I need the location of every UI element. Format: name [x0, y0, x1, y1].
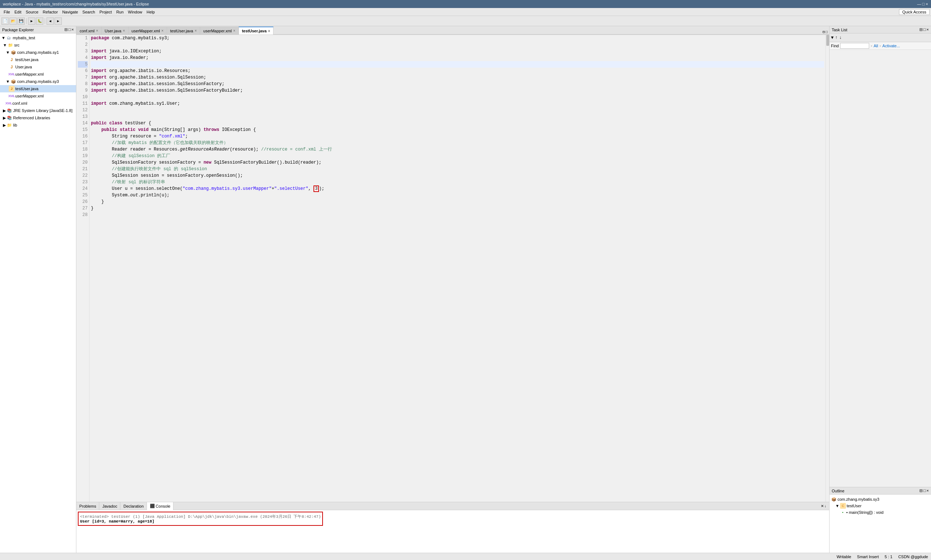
tab-conf-xml[interactable]: conf.xml × [76, 26, 102, 35]
quick-access-label[interactable]: Quick Access [899, 9, 929, 15]
toolbar-btn-back[interactable]: ◀ [46, 17, 54, 25]
tab-testuser-java-active[interactable]: testUser.java × [239, 26, 274, 35]
tl-close-icon[interactable]: × [926, 27, 929, 32]
code-line-8: import org.apache.ibatis.session.SqlSess… [91, 81, 824, 87]
toolbar-btn-new[interactable]: 📄 [2, 17, 9, 25]
tree-item-jre[interactable]: ▶ 📚 JRE System Library [JavaSE-1.8] [0, 107, 76, 114]
toolbar-btn-forward[interactable]: ▶ [55, 17, 62, 25]
tab-usermapper-xml-1[interactable]: userMapper.xml × [128, 26, 167, 35]
task-list-toolbar: ▼ ↑ ↓ [829, 34, 931, 42]
console-icon: ⬛ [150, 504, 155, 508]
menu-project[interactable]: Project [97, 9, 114, 15]
tree-item-user-java[interactable]: J User.java [0, 63, 76, 71]
pe-minimize-icon[interactable]: ⊟ [65, 27, 68, 32]
pe-maximize-icon[interactable]: □ [68, 27, 71, 32]
tree-item-lib[interactable]: ▶ 📁 lib [0, 122, 76, 129]
menu-source[interactable]: Source [24, 9, 41, 15]
minimize-btn[interactable]: — [917, 2, 921, 6]
editor-wrapper: conf.xml × User.java × userMapper.xml × … [76, 26, 829, 553]
tab-maximize-icon[interactable]: □ [826, 30, 828, 34]
task-find-input[interactable] [840, 43, 869, 49]
menu-navigate[interactable]: Navigate [60, 9, 80, 15]
toolbar-btn-save[interactable]: 💾 [17, 17, 25, 25]
outline-item-method[interactable]: ▪ • main(String[]) : void [831, 509, 929, 515]
tl-minimize-icon[interactable]: ⊟ [919, 27, 923, 32]
tab-close-tu1[interactable]: × [195, 29, 197, 33]
pe-close-icon[interactable]: × [72, 27, 74, 32]
tl-maximize-icon[interactable]: □ [923, 27, 926, 32]
tree-item-testuser-sy1[interactable]: J testUser.java [0, 56, 76, 63]
code-line-1: package com.zhang.mybatis.sy3; [91, 35, 824, 42]
tab-user-java[interactable]: User.java × [102, 26, 128, 35]
expand-icon: ▼ [2, 35, 5, 40]
tree-label: userMapper.xml [15, 94, 44, 98]
menu-refactor[interactable]: Refactor [41, 9, 60, 15]
tree-item-sy1[interactable]: ▼ 📦 com.zhang.mybatis.sy1 [0, 49, 76, 56]
toolbar-btn-run[interactable]: ▶ [28, 17, 35, 25]
bottom-panel: Problems Javadoc Declaration ⬛ Console ✕… [76, 502, 829, 553]
bottom-tab-console[interactable]: ⬛ Console [147, 502, 174, 510]
insert-mode: Smart Insert [857, 555, 879, 559]
tree-item-usermapper-sy3[interactable]: XML userMapper.xml [0, 92, 76, 100]
line-numbers: 1234 5 678910 1112131415 1617181920 2122… [76, 35, 89, 502]
bottom-tab-problems[interactable]: Problems [76, 502, 99, 510]
tree-item-testuser-sy3[interactable]: J testUser.java [0, 85, 76, 92]
tab-bar: conf.xml × User.java × userMapper.xml × … [76, 26, 829, 35]
filter-all[interactable]: All [874, 44, 878, 48]
code-line-16: String resource = "conf.xml"; [91, 133, 824, 140]
outline-item-package[interactable]: 📦 com.zhang.mybatis.sy3 [831, 496, 929, 503]
editor-scrollbar[interactable] [826, 35, 829, 502]
expand-icon: ▼ [6, 50, 10, 55]
code-line-20: SqlSessionFactory sessionFactory = new S… [91, 159, 824, 166]
outline-label: com.zhang.mybatis.sy3 [837, 497, 879, 502]
tree-item-conf-xml[interactable]: XML conf.xml [0, 100, 76, 107]
toolbar: 📄 📂 💾 ▶ 🐛 ◀ ▶ [0, 16, 931, 26]
menu-bar: File Edit Source Refactor Navigate Searc… [0, 8, 931, 16]
menu-help[interactable]: Help [145, 9, 157, 15]
console-scroll-icon[interactable]: ↓ [825, 504, 826, 508]
outline-close-icon[interactable]: × [926, 488, 929, 493]
menu-search[interactable]: Search [80, 9, 97, 15]
bottom-tab-javadoc[interactable]: Javadoc [99, 502, 120, 510]
maximize-btn[interactable]: □ [922, 2, 925, 6]
code-editor[interactable]: 1234 5 678910 1112131415 1617181920 2122… [76, 35, 826, 502]
outline-maximize-icon[interactable]: □ [923, 488, 926, 493]
pkg-icon: 📦 [11, 49, 16, 55]
close-btn[interactable]: × [926, 2, 928, 6]
writable-status: Writable [836, 555, 851, 559]
tl-toolbar-btn-2[interactable]: ↑ [835, 35, 837, 40]
toolbar-btn-debug[interactable]: 🐛 [36, 17, 43, 25]
tree-item-src[interactable]: ▼ 📁 src [0, 42, 76, 49]
tree-item-usermapper-sy1[interactable]: XML userMapper.xml [0, 71, 76, 78]
tl-toolbar-btn-1[interactable]: ▼ [831, 35, 834, 40]
editor-scrollbar-thumb[interactable] [826, 35, 829, 46]
java-icon: J [9, 64, 15, 70]
activate-link[interactable]: Activate... [882, 44, 900, 48]
tab-close-um1[interactable]: × [162, 29, 164, 33]
tab-close-um2[interactable]: × [233, 29, 235, 33]
menu-run[interactable]: Run [114, 9, 126, 15]
tab-close-user[interactable]: × [123, 29, 125, 33]
code-lines[interactable]: package com.zhang.mybatis.sy3; import ja… [89, 35, 826, 502]
outline-minimize-icon[interactable]: ⊟ [919, 488, 923, 493]
tl-toolbar-btn-3[interactable]: ↓ [839, 35, 842, 40]
xml-icon: XML [9, 71, 15, 77]
tree-item-mybatis-test[interactable]: ▼ 🗂 mybatis_test [0, 34, 76, 42]
tab-minimize-icon[interactable]: ⊟ [823, 30, 825, 34]
menu-file[interactable]: File [2, 9, 12, 15]
bottom-tab-declaration[interactable]: Declaration [120, 502, 147, 510]
tab-close-conf[interactable]: × [96, 29, 98, 33]
toolbar-btn-open[interactable]: 📂 [9, 17, 17, 25]
console-clear-icon[interactable]: ✕ [821, 504, 824, 508]
tab-usermapper-xml-2[interactable]: userMapper.xml × [200, 26, 239, 35]
menu-window[interactable]: Window [126, 9, 145, 15]
tab-close-tu-active[interactable]: × [268, 29, 270, 33]
tree-label: userMapper.xml [15, 72, 44, 76]
xml-icon: XML [6, 100, 12, 106]
tree-item-sy3[interactable]: ▼ 📦 com.zhang.mybatis.sy3 [0, 78, 76, 85]
menu-edit[interactable]: Edit [12, 9, 24, 15]
tab-testuser-java-1[interactable]: testUser.java × [167, 26, 200, 35]
tree-item-reflibs[interactable]: ▶ 📚 Referenced Libraries [0, 114, 76, 122]
outline-item-class[interactable]: ▼ C testUser [831, 503, 929, 509]
tab-label: testUser.java [170, 29, 194, 33]
